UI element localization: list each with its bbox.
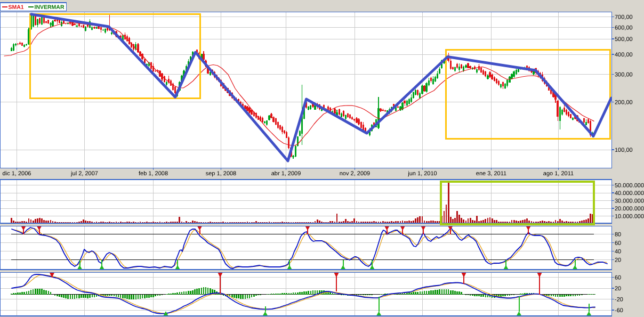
svg-text:dic 1, 2006: dic 1, 2006 [3,170,31,176]
svg-text:50.000.000: 50.000.000 [615,182,644,189]
svg-text:sep 1, 2008: sep 1, 2008 [206,170,237,176]
svg-text:feb 1, 2008: feb 1, 2008 [139,170,168,176]
svg-text:80: 80 [615,231,621,238]
svg-text:60: 60 [615,274,621,281]
svg-text:200,00: 200,00 [615,99,633,105]
svg-text:100,00: 100,00 [615,147,633,153]
svg-text:40: 40 [615,248,621,255]
svg-text:10.000.000: 10.000.000 [615,213,644,220]
svg-text:500,00: 500,00 [615,36,633,42]
svg-text:-60: -60 [615,307,623,313]
svg-text:400,00: 400,00 [615,51,633,58]
svg-text:40.000.000: 40.000.000 [615,190,644,196]
svg-text:abr 1, 2009: abr 1, 2009 [271,170,301,176]
svg-text:ago 1, 2011: ago 1, 2011 [543,170,574,176]
svg-text:jul 2, 2007: jul 2, 2007 [70,170,98,176]
svg-text:20.000.000: 20.000.000 [615,205,644,212]
svg-text:SMA1: SMA1 [8,4,23,10]
svg-text:20: 20 [615,257,621,263]
svg-text:300,00: 300,00 [615,71,633,78]
svg-text:-20: -20 [615,296,623,303]
svg-text:700,00: 700,00 [615,14,633,20]
svg-text:600,00: 600,00 [615,25,633,31]
svg-text:nov 2, 2009: nov 2, 2009 [340,170,371,176]
svg-text:60: 60 [615,240,621,246]
svg-text:ene 3, 2011: ene 3, 2011 [476,170,506,176]
svg-text:jun 1, 2010: jun 1, 2010 [407,170,437,176]
svg-text:30.000.000: 30.000.000 [615,198,644,204]
svg-text:INVERMAR: INVERMAR [34,4,64,10]
svg-text:20: 20 [615,285,621,291]
